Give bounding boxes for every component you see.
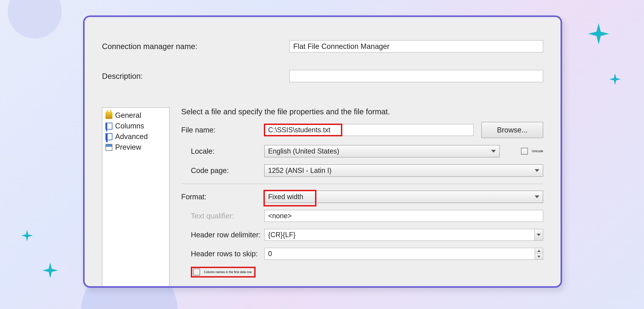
header-rows-skip-input[interactable]: 0: [264, 248, 535, 260]
locale-label: Locale:: [191, 147, 264, 156]
sidebar-item-label: General: [115, 111, 141, 120]
chevron-down-icon: [537, 256, 540, 258]
decorative-circle: [8, 0, 62, 38]
sidebar-item-label: Advanced: [115, 132, 148, 141]
chevron-down-icon: [491, 150, 496, 152]
sidebar-item-label: Preview: [115, 143, 141, 152]
header-row-delimiter-label: Header row delimiter:: [191, 231, 264, 239]
header-row-delimiter-input[interactable]: {CR}{LF}: [264, 229, 535, 241]
locale-select[interactable]: English (United States): [264, 145, 500, 158]
sidebar-item-columns[interactable]: Columns: [102, 121, 169, 131]
preview-icon: [106, 144, 112, 151]
column-names-checkbox[interactable]: [193, 269, 200, 276]
header-rows-skip-spinner[interactable]: [535, 248, 543, 260]
columns-icon: [106, 123, 112, 130]
connection-manager-name-input[interactable]: [289, 40, 543, 52]
unicode-checkbox[interactable]: [521, 148, 528, 155]
instruction-text: Select a file and specify the file prope…: [181, 108, 543, 116]
file-name-label: File name:: [181, 126, 264, 134]
code-page-label: Code page:: [191, 166, 264, 175]
text-qualifier-input[interactable]: <none>: [264, 210, 543, 222]
dialog-window: Connection manager name: Description: Ge…: [83, 16, 562, 288]
sidebar: General Columns Advanced Preview: [102, 108, 170, 286]
divider: [181, 184, 543, 184]
sparkle-icon: [588, 23, 609, 44]
general-icon: [106, 112, 112, 119]
sidebar-item-advanced[interactable]: Advanced: [102, 131, 169, 142]
sidebar-item-general[interactable]: General: [102, 110, 169, 121]
description-label: Description:: [102, 72, 289, 80]
text-qualifier-label: Text qualifier:: [191, 212, 264, 220]
chevron-up-icon: [537, 250, 540, 252]
column-names-label: Column names in the first data row: [204, 270, 252, 274]
header-row-delimiter-dropdown[interactable]: [535, 229, 543, 241]
sparkle-icon: [21, 230, 33, 242]
code-page-select[interactable]: 1252 (ANSI - Latin I): [264, 164, 543, 177]
format-select[interactable]: Fixed width: [264, 190, 543, 203]
format-label: Format:: [181, 193, 264, 201]
sidebar-item-label: Columns: [115, 122, 144, 130]
header-rows-skip-label: Header rows to skip:: [191, 250, 264, 258]
advanced-icon: [106, 133, 112, 140]
sparkle-icon: [42, 263, 58, 278]
sparkle-icon: [609, 74, 621, 85]
sidebar-item-preview[interactable]: Preview: [102, 142, 169, 152]
browse-button[interactable]: Browse...: [481, 122, 543, 138]
file-name-input[interactable]: C:\SSIS\students.txt: [264, 124, 474, 136]
unicode-label: Unicode: [532, 150, 543, 153]
chevron-down-icon: [537, 234, 541, 236]
connection-manager-name-label: Connection manager name:: [102, 42, 289, 51]
chevron-down-icon: [535, 196, 539, 198]
chevron-down-icon: [535, 169, 539, 172]
description-input[interactable]: [289, 70, 543, 82]
